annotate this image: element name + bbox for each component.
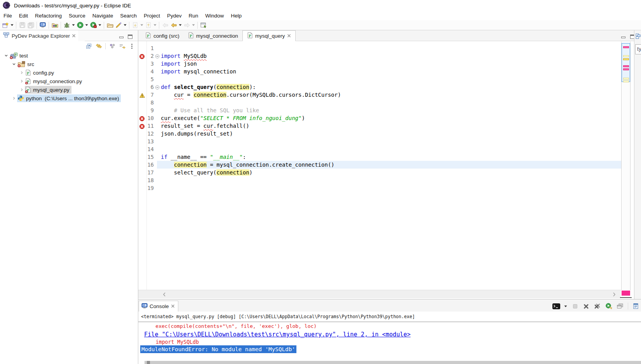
forward-disabled-icon[interactable] [183, 21, 191, 30]
menu-item-edit[interactable]: Edit [16, 12, 31, 20]
overview-error-marker[interactable] [623, 68, 629, 70]
code-line-6[interactable]: 6def select_query(connection): [138, 83, 621, 91]
code-line-3[interactable]: 3import json [138, 60, 621, 68]
back-icon[interactable] [169, 21, 178, 30]
code-line-1[interactable]: 1 [138, 44, 621, 52]
console-terminal-icon[interactable] [552, 302, 561, 310]
console-terminal-dropdown-icon[interactable] [563, 302, 568, 310]
run-unittest-dropdown-icon[interactable] [98, 21, 102, 30]
code-line-16[interactable]: 16 connection = mysql_connection.create_… [138, 161, 621, 169]
menu-item-window[interactable]: Window [202, 12, 227, 20]
terminate-icon[interactable] [571, 302, 579, 310]
chevron-right-icon[interactable] [19, 87, 25, 92]
code-line-18[interactable]: 18 [138, 176, 621, 184]
code-line-5[interactable]: 5 [138, 75, 621, 83]
close-icon[interactable] [171, 303, 175, 309]
code-analysis-icon[interactable] [114, 21, 123, 30]
overview-error-marker[interactable] [623, 46, 629, 48]
code-line-10[interactable]: 10cur.execute("SELECT * FROM info_nguoi_… [138, 114, 621, 122]
tree-item-python[interactable]: python (C:\Users ... thon39\python.exe) [0, 94, 138, 103]
editor-tab-mysql_connection[interactable]: Pmysql_connection [184, 30, 242, 41]
tree-item-mysql_query[interactable]: Pmysql_query.py [0, 85, 138, 94]
editor-tab-configsrc[interactable]: Pconfig (src) [141, 30, 184, 41]
package-explorer-tab[interactable]: PyDev Package Explorer [0, 30, 78, 41]
run-unittest-icon[interactable] [89, 21, 98, 30]
close-icon[interactable] [287, 33, 291, 39]
console-scrollbar-nub[interactable] [147, 361, 150, 364]
chevron-right-icon[interactable] [19, 79, 25, 84]
menu-item-refactoring[interactable]: Refactoring [31, 12, 65, 20]
debug-dropdown-icon[interactable] [71, 21, 76, 30]
scroll-left-icon[interactable] [162, 292, 166, 299]
new-wizard-icon[interactable] [1, 21, 10, 30]
menu-item-run[interactable]: Run [185, 12, 202, 20]
next-annotation-icon[interactable] [131, 21, 139, 30]
open-folder-icon[interactable] [106, 21, 114, 30]
minimize-icon[interactable] [621, 33, 625, 40]
prev-annotation-dropdown-icon[interactable] [153, 21, 157, 30]
open-console-icon[interactable] [632, 302, 640, 310]
code-line-14[interactable]: 14 [138, 145, 621, 153]
open-folder-dots-icon[interactable] [51, 21, 59, 30]
pin-console-icon[interactable] [616, 302, 624, 310]
chevron-right-icon[interactable] [19, 70, 25, 75]
menu-item-navigate[interactable]: Navigate [89, 12, 117, 20]
menu-item-file[interactable]: File [0, 12, 16, 20]
tree-item-src[interactable]: src [0, 60, 138, 68]
menu-item-pydev[interactable]: Pydev [164, 12, 185, 20]
back-dropdown-icon[interactable] [178, 21, 183, 30]
link-with-editor-icon[interactable] [95, 42, 103, 50]
run-dropdown-icon[interactable] [84, 21, 89, 30]
presentation-icon[interactable] [108, 42, 116, 50]
close-icon[interactable] [72, 32, 76, 39]
scroll-right-icon[interactable] [612, 292, 616, 299]
code-line-15[interactable]: 15if __name__ == "__main__": [138, 153, 621, 161]
code-editor[interactable]: 12import MySQLdb3import json4import mysq… [138, 41, 621, 290]
code-line-2[interactable]: 2import MySQLdb [138, 52, 621, 60]
save-all-icon[interactable] [26, 21, 35, 30]
console-view-icon[interactable] [38, 21, 47, 30]
code-line-11[interactable]: 11result_set = cur.fetchall() [138, 122, 621, 130]
maximize-icon[interactable] [128, 33, 132, 40]
debug-icon[interactable] [63, 21, 71, 30]
view-menu-icon[interactable] [128, 42, 136, 50]
code-line-17[interactable]: 17 select_query(connection) [138, 169, 621, 176]
overview-viewport[interactable] [622, 43, 630, 82]
minimize-icon[interactable] [119, 33, 124, 40]
fold-marker-icon[interactable] [154, 52, 161, 60]
forward-disabled-dropdown-icon[interactable] [191, 21, 196, 30]
overview-ruler[interactable] [621, 42, 631, 290]
next-annotation-dropdown-icon[interactable] [139, 21, 144, 30]
restore-views-icon[interactable] [636, 33, 641, 40]
run-icon[interactable] [76, 21, 84, 30]
editor-horizontal-scrollbar[interactable] [138, 290, 621, 298]
remove-all-terminated-icon[interactable] [593, 302, 602, 310]
filters-icon[interactable] [118, 42, 126, 50]
overview-warning-marker[interactable] [623, 58, 629, 60]
remove-launch-icon[interactable] [582, 302, 590, 310]
overview-error-marker[interactable] [623, 65, 629, 67]
new-wizard-dropdown-icon[interactable] [10, 21, 14, 30]
collapse-all-icon[interactable] [85, 42, 93, 50]
tree-item-config[interactable]: Pconfig.py [0, 68, 138, 77]
overview-occurrence-marker[interactable] [623, 78, 629, 80]
console-tab[interactable]: Console [139, 301, 178, 312]
code-line-4[interactable]: 4import mysql_connection [138, 68, 621, 75]
chevron-right-icon[interactable] [11, 96, 17, 101]
save-icon[interactable] [18, 21, 26, 30]
code-line-8[interactable]: 8 [138, 99, 621, 106]
overview-occurrence-marker[interactable] [623, 80, 629, 82]
new-editor-window-icon[interactable] [199, 21, 208, 30]
code-line-19[interactable]: 19 [138, 184, 621, 192]
fold-marker-icon[interactable] [154, 83, 161, 91]
menu-item-help[interactable]: Help [227, 12, 245, 20]
tree-item-mysql_connection[interactable]: Pmysql_connection.py [0, 77, 138, 85]
editor-tab-mysql_query[interactable]: Pmysql_query [242, 30, 296, 41]
console-horizontal-scrollbar[interactable] [145, 361, 641, 364]
prev-annotation-icon[interactable] [144, 21, 153, 30]
tree-item-test[interactable]: Ptest [0, 51, 138, 60]
console-line-link[interactable]: File "C:\Users\DELL\Downloads\test\src\m… [144, 331, 411, 338]
back-disabled-icon[interactable] [161, 21, 169, 30]
code-line-7[interactable]: 7 cur = connection.cursor(MySQLdb.cursor… [138, 91, 621, 99]
chevron-down-icon[interactable] [3, 53, 9, 58]
